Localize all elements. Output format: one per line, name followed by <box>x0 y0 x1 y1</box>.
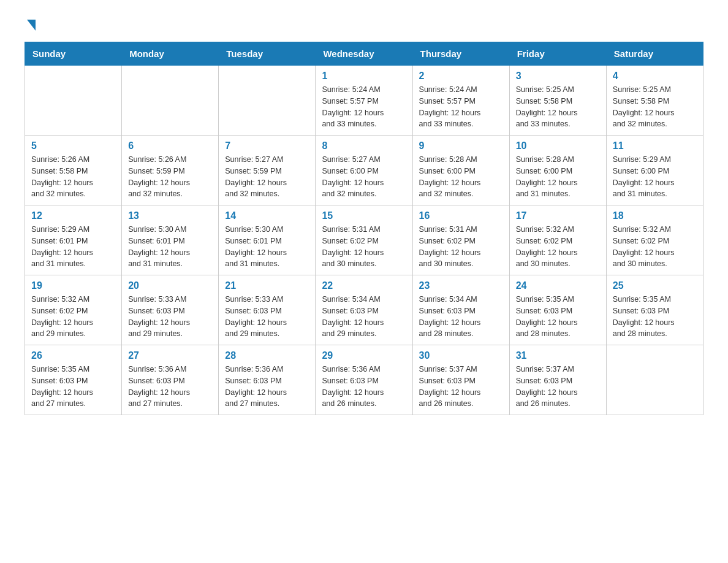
calendar-cell: 12Sunrise: 5:29 AMSunset: 6:01 PMDayligh… <box>25 205 122 275</box>
calendar-cell: 17Sunrise: 5:32 AMSunset: 6:02 PMDayligh… <box>509 205 606 275</box>
calendar-cell <box>25 66 122 136</box>
day-number: 29 <box>322 350 406 361</box>
day-number: 5 <box>31 140 115 151</box>
day-info: Sunrise: 5:31 AMSunset: 6:02 PMDaylight:… <box>322 224 406 270</box>
weekday-header-saturday: Saturday <box>606 42 703 66</box>
day-number: 27 <box>128 350 212 361</box>
calendar-cell: 3Sunrise: 5:25 AMSunset: 5:58 PMDaylight… <box>509 66 606 136</box>
calendar-cell <box>122 66 219 136</box>
day-number: 30 <box>419 350 503 361</box>
week-row-5: 26Sunrise: 5:35 AMSunset: 6:03 PMDayligh… <box>25 345 703 415</box>
calendar-cell: 11Sunrise: 5:29 AMSunset: 6:00 PMDayligh… <box>606 136 703 205</box>
day-number: 15 <box>322 210 406 221</box>
calendar-cell: 10Sunrise: 5:28 AMSunset: 6:00 PMDayligh… <box>509 136 606 205</box>
day-info: Sunrise: 5:32 AMSunset: 6:02 PMDaylight:… <box>516 224 600 270</box>
day-number: 26 <box>31 350 115 361</box>
day-number: 2 <box>419 71 503 82</box>
weekday-header-thursday: Thursday <box>412 42 509 66</box>
calendar-cell: 15Sunrise: 5:31 AMSunset: 6:02 PMDayligh… <box>316 205 412 275</box>
logo <box>25 18 36 29</box>
day-info: Sunrise: 5:32 AMSunset: 6:02 PMDaylight:… <box>613 224 697 270</box>
weekday-header-tuesday: Tuesday <box>219 42 316 66</box>
day-info: Sunrise: 5:34 AMSunset: 6:03 PMDaylight:… <box>419 294 503 340</box>
day-number: 12 <box>31 210 115 221</box>
day-info: Sunrise: 5:33 AMSunset: 6:03 PMDaylight:… <box>128 294 212 340</box>
logo-arrow-icon <box>27 20 36 31</box>
calendar-cell: 18Sunrise: 5:32 AMSunset: 6:02 PMDayligh… <box>606 205 703 275</box>
calendar-cell: 28Sunrise: 5:36 AMSunset: 6:03 PMDayligh… <box>219 345 316 415</box>
weekday-header-sunday: Sunday <box>25 42 122 66</box>
day-number: 4 <box>613 71 697 82</box>
weekday-header-monday: Monday <box>122 42 219 66</box>
day-number: 22 <box>322 280 406 291</box>
calendar-cell: 9Sunrise: 5:28 AMSunset: 6:00 PMDaylight… <box>412 136 509 205</box>
day-info: Sunrise: 5:35 AMSunset: 6:03 PMDaylight:… <box>613 294 697 340</box>
day-number: 19 <box>31 280 115 291</box>
day-info: Sunrise: 5:25 AMSunset: 5:58 PMDaylight:… <box>516 84 600 130</box>
calendar-cell: 2Sunrise: 5:24 AMSunset: 5:57 PMDaylight… <box>412 66 509 136</box>
day-info: Sunrise: 5:25 AMSunset: 5:58 PMDaylight:… <box>613 84 697 130</box>
day-info: Sunrise: 5:37 AMSunset: 6:03 PMDaylight:… <box>419 364 503 410</box>
day-number: 25 <box>613 280 697 291</box>
day-info: Sunrise: 5:27 AMSunset: 6:00 PMDaylight:… <box>322 154 406 200</box>
day-info: Sunrise: 5:33 AMSunset: 6:03 PMDaylight:… <box>225 294 309 340</box>
day-number: 24 <box>516 280 600 291</box>
day-number: 20 <box>128 280 212 291</box>
day-info: Sunrise: 5:36 AMSunset: 6:03 PMDaylight:… <box>225 364 309 410</box>
day-info: Sunrise: 5:26 AMSunset: 5:58 PMDaylight:… <box>31 154 115 200</box>
day-info: Sunrise: 5:36 AMSunset: 6:03 PMDaylight:… <box>128 364 212 410</box>
day-number: 14 <box>225 210 309 221</box>
day-info: Sunrise: 5:30 AMSunset: 6:01 PMDaylight:… <box>225 224 309 270</box>
week-row-3: 12Sunrise: 5:29 AMSunset: 6:01 PMDayligh… <box>25 205 703 275</box>
day-number: 13 <box>128 210 212 221</box>
day-info: Sunrise: 5:24 AMSunset: 5:57 PMDaylight:… <box>419 84 503 130</box>
calendar-cell <box>219 66 316 136</box>
calendar-cell: 25Sunrise: 5:35 AMSunset: 6:03 PMDayligh… <box>606 275 703 345</box>
day-number: 23 <box>419 280 503 291</box>
day-number: 11 <box>613 140 697 151</box>
day-info: Sunrise: 5:36 AMSunset: 6:03 PMDaylight:… <box>322 364 406 410</box>
week-row-2: 5Sunrise: 5:26 AMSunset: 5:58 PMDaylight… <box>25 136 703 205</box>
day-info: Sunrise: 5:28 AMSunset: 6:00 PMDaylight:… <box>419 154 503 200</box>
day-number: 18 <box>613 210 697 221</box>
day-info: Sunrise: 5:31 AMSunset: 6:02 PMDaylight:… <box>419 224 503 270</box>
day-number: 28 <box>225 350 309 361</box>
calendar-cell: 27Sunrise: 5:36 AMSunset: 6:03 PMDayligh… <box>122 345 219 415</box>
day-number: 17 <box>516 210 600 221</box>
day-info: Sunrise: 5:28 AMSunset: 6:00 PMDaylight:… <box>516 154 600 200</box>
day-info: Sunrise: 5:30 AMSunset: 6:01 PMDaylight:… <box>128 224 212 270</box>
calendar-cell: 21Sunrise: 5:33 AMSunset: 6:03 PMDayligh… <box>219 275 316 345</box>
day-number: 16 <box>419 210 503 221</box>
calendar-cell: 7Sunrise: 5:27 AMSunset: 5:59 PMDaylight… <box>219 136 316 205</box>
calendar-cell: 19Sunrise: 5:32 AMSunset: 6:02 PMDayligh… <box>25 275 122 345</box>
day-info: Sunrise: 5:35 AMSunset: 6:03 PMDaylight:… <box>516 294 600 340</box>
day-info: Sunrise: 5:34 AMSunset: 6:03 PMDaylight:… <box>322 294 406 340</box>
calendar-cell: 30Sunrise: 5:37 AMSunset: 6:03 PMDayligh… <box>412 345 509 415</box>
calendar-cell: 24Sunrise: 5:35 AMSunset: 6:03 PMDayligh… <box>509 275 606 345</box>
day-info: Sunrise: 5:32 AMSunset: 6:02 PMDaylight:… <box>31 294 115 340</box>
weekday-header-friday: Friday <box>509 42 606 66</box>
day-number: 6 <box>128 140 212 151</box>
calendar-table: SundayMondayTuesdayWednesdayThursdayFrid… <box>25 42 703 415</box>
week-row-4: 19Sunrise: 5:32 AMSunset: 6:02 PMDayligh… <box>25 275 703 345</box>
day-info: Sunrise: 5:29 AMSunset: 6:00 PMDaylight:… <box>613 154 697 200</box>
calendar-cell: 6Sunrise: 5:26 AMSunset: 5:59 PMDaylight… <box>122 136 219 205</box>
day-info: Sunrise: 5:29 AMSunset: 6:01 PMDaylight:… <box>31 224 115 270</box>
calendar-cell: 16Sunrise: 5:31 AMSunset: 6:02 PMDayligh… <box>412 205 509 275</box>
day-info: Sunrise: 5:35 AMSunset: 6:03 PMDaylight:… <box>31 364 115 410</box>
day-number: 3 <box>516 71 600 82</box>
weekday-header-wednesday: Wednesday <box>316 42 412 66</box>
day-number: 7 <box>225 140 309 151</box>
day-number: 1 <box>322 71 406 82</box>
day-info: Sunrise: 5:37 AMSunset: 6:03 PMDaylight:… <box>516 364 600 410</box>
day-number: 10 <box>516 140 600 151</box>
week-row-1: 1Sunrise: 5:24 AMSunset: 5:57 PMDaylight… <box>25 66 703 136</box>
calendar-cell: 26Sunrise: 5:35 AMSunset: 6:03 PMDayligh… <box>25 345 122 415</box>
day-info: Sunrise: 5:27 AMSunset: 5:59 PMDaylight:… <box>225 154 309 200</box>
day-info: Sunrise: 5:26 AMSunset: 5:59 PMDaylight:… <box>128 154 212 200</box>
day-number: 8 <box>322 140 406 151</box>
calendar-cell: 8Sunrise: 5:27 AMSunset: 6:00 PMDaylight… <box>316 136 412 205</box>
calendar-cell: 14Sunrise: 5:30 AMSunset: 6:01 PMDayligh… <box>219 205 316 275</box>
calendar-cell: 1Sunrise: 5:24 AMSunset: 5:57 PMDaylight… <box>316 66 412 136</box>
calendar-cell: 20Sunrise: 5:33 AMSunset: 6:03 PMDayligh… <box>122 275 219 345</box>
